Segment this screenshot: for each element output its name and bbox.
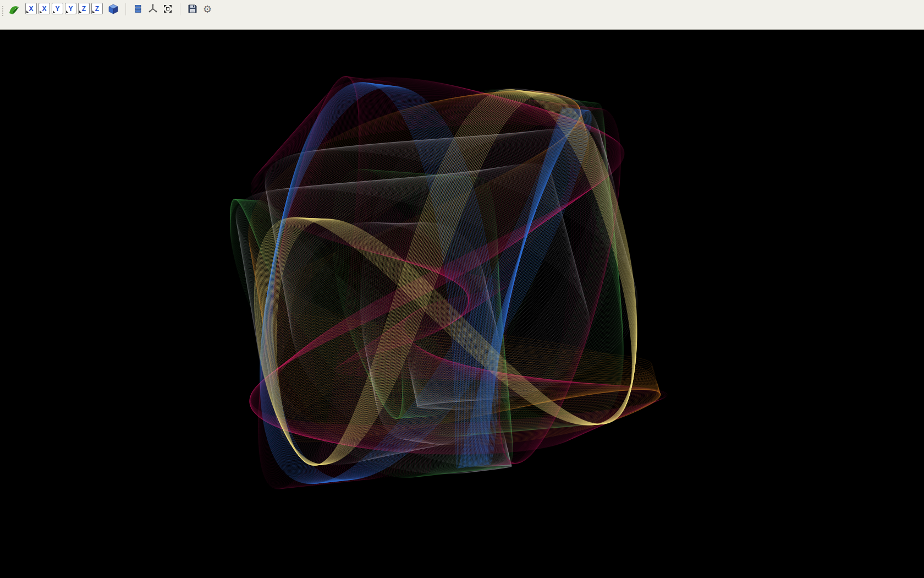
axis-arrow-icon [92,10,95,13]
app-logo-icon [8,3,21,17]
file-button-group: ⚙ [186,3,214,16]
axis-label: Z [95,5,99,13]
view-minus-y-button[interactable]: Y [65,3,76,14]
toolbar-grip[interactable] [2,6,4,16]
view-plus-z-button[interactable]: Z [78,3,90,14]
view-minus-x-button[interactable]: X [38,3,50,14]
scene-viewport [0,30,924,578]
toolbar-separator [125,3,126,15]
3d-scene-canvas[interactable] [0,30,924,578]
gear-icon: ⚙ [203,4,212,14]
axis-arrow-icon [26,10,29,13]
view-tools-button-group [131,3,174,16]
axis-arrow-icon [79,10,82,13]
save-scene-button[interactable] [186,3,199,16]
axis-arrow-icon [40,10,42,13]
cube-3d-icon [108,3,119,16]
axis-arrow-icon [66,10,69,13]
view-plus-x-button[interactable]: X [25,3,37,14]
axis-label: Y [68,5,73,13]
view-plus-y-button[interactable]: Y [52,3,63,14]
expand-arrows-icon [163,4,173,15]
axes-cross-icon [148,4,158,15]
axis-label: X [29,5,33,13]
toolbar: X X Y Y Z Z [0,0,924,30]
isometric-view-button[interactable] [107,3,120,16]
fullscreen-button[interactable] [161,3,174,16]
axis-label: Y [55,5,59,13]
parallel-projection-button[interactable] [131,3,145,16]
axis-label: Z [82,5,86,13]
orientation-axes-button[interactable] [146,3,160,16]
configure-scene-button[interactable]: ⚙ [201,3,214,16]
view-minus-z-button[interactable]: Z [91,3,103,14]
layers-icon [133,4,143,15]
axis-label: X [42,5,46,13]
axis-arrow-icon [53,10,56,13]
toolbar-separator [180,3,180,15]
axis-view-button-group: X X Y Y Z Z [25,3,120,16]
floppy-disk-icon [188,4,197,15]
